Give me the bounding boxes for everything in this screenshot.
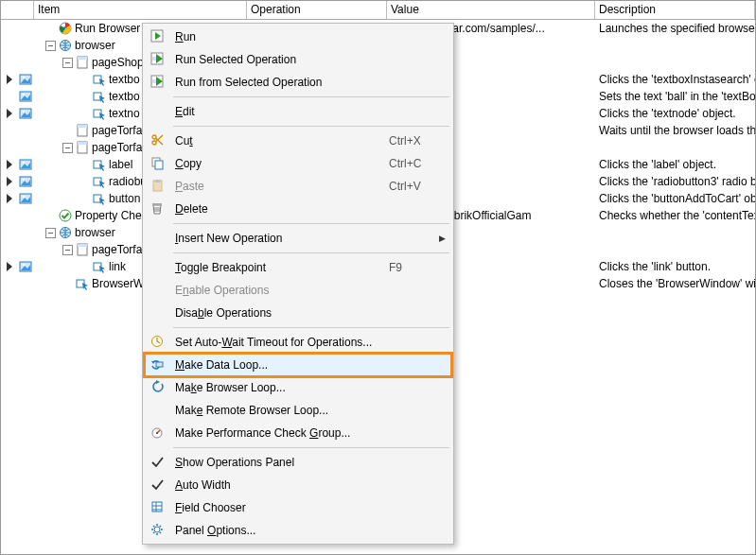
table-header: Item Operation Value Description [1, 1, 755, 20]
page-icon [76, 124, 89, 137]
desc-cell: Closes the 'BrowserWindow' window [595, 275, 755, 292]
menu-copy[interactable]: Copy Ctrl+C [145, 152, 451, 175]
col-value[interactable]: Value [387, 1, 595, 19]
col-operation[interactable]: Operation [247, 1, 387, 19]
page-icon [76, 243, 89, 256]
menu-make-remote-browser-loop[interactable]: Make Remote Browser Loop... [145, 399, 451, 422]
menu-disable-operations[interactable]: Disable Operations [145, 302, 451, 324]
menu-field-chooser[interactable]: Field Chooser [145, 496, 451, 519]
check-icon [59, 209, 72, 222]
shortcut: Ctrl+C [389, 157, 446, 170]
shortcut: Ctrl+X [389, 134, 446, 147]
row-gutter [1, 71, 34, 88]
menu-run-selected[interactable]: Run Selected Operation [145, 48, 451, 71]
blank-icon [149, 102, 167, 121]
desc-cell: Clicks the 'radiobutton3' radio butto [595, 173, 755, 190]
menu-make-browser-loop[interactable]: Make Browser Loop... [145, 376, 451, 399]
row-gutter [1, 224, 34, 241]
desc-cell: Clicks the 'label' object. [595, 156, 755, 173]
menu-enable-operations: Enable Operations [145, 279, 451, 302]
separator [173, 96, 449, 97]
shortcut: Ctrl+V [389, 180, 446, 193]
row-gutter [1, 37, 34, 54]
desc-cell: Clicks the 'buttonAddToCart' object [595, 190, 755, 207]
desc-cell: Clicks the 'link' button. [595, 258, 755, 275]
chrome-icon [59, 22, 72, 35]
col-item[interactable]: Item [34, 1, 247, 19]
menu-make-data-loop[interactable]: Make Data Loop... [145, 354, 451, 376]
play-from-icon [149, 73, 167, 92]
cut-icon [149, 131, 167, 150]
item-label: link [109, 258, 126, 275]
row-gutter [1, 122, 34, 139]
menu-toggle-breakpoint[interactable]: Toggle Breakpoint F9 [145, 256, 451, 279]
item-label: Run Browser [75, 20, 140, 37]
img-icon [19, 175, 32, 188]
img-icon [19, 158, 32, 171]
row-gutter [1, 173, 34, 190]
action-icon [93, 175, 106, 188]
context-menu: Run Run Selected Operation Run from Sele… [142, 23, 454, 545]
separator [173, 447, 449, 448]
expander-icon[interactable]: – [45, 41, 56, 51]
blank-icon [149, 401, 167, 420]
menu-run-from-selected[interactable]: Run from Selected Operation [145, 71, 451, 94]
arrow-icon [5, 175, 18, 188]
desc-cell: Launches the specified browser and [595, 20, 755, 37]
arrow-icon [5, 107, 18, 120]
arrow-icon [5, 192, 18, 205]
row-gutter [1, 88, 34, 105]
menu-insert-new-operation[interactable]: Insert New Operation ▶ [145, 227, 451, 250]
expander-icon[interactable]: – [45, 228, 56, 238]
expander-icon[interactable]: – [62, 245, 73, 255]
row-gutter [1, 275, 34, 292]
menu-panel-options[interactable]: Panel Options... [145, 519, 451, 542]
item-label: pageTorfab [92, 139, 149, 156]
item-label: browser [75, 37, 115, 54]
desc-cell: Clicks the 'textboxInstasearch' obje [595, 71, 755, 88]
menu-paste: Paste Ctrl+V [145, 175, 451, 198]
blank-icon [149, 304, 167, 322]
img-icon [19, 107, 32, 120]
data-loop-icon [149, 356, 167, 374]
menu-delete[interactable]: Delete [145, 198, 451, 220]
img-icon [19, 192, 32, 205]
checkmark-icon [149, 453, 167, 472]
separator [173, 126, 449, 127]
item-label: button [109, 190, 140, 207]
paste-icon [149, 177, 167, 196]
delete-icon [149, 199, 167, 218]
row-gutter [1, 241, 34, 258]
desc-cell: Sets the text 'ball' in the 'textBoxIn [595, 88, 755, 105]
desc-cell: Waits until the browser loads the pa [595, 122, 755, 139]
desc-cell [595, 37, 755, 54]
expander-icon[interactable]: – [62, 58, 73, 68]
action-icon [93, 192, 106, 205]
desc-cell [595, 54, 755, 71]
arrow-icon [5, 158, 18, 171]
row-gutter [1, 207, 34, 224]
action-icon [93, 158, 106, 171]
submenu-arrow-icon: ▶ [439, 234, 446, 243]
desc-cell [595, 139, 755, 156]
item-label: textbo [109, 71, 140, 88]
page-icon [76, 56, 89, 69]
expander-icon[interactable]: – [62, 143, 73, 153]
menu-run[interactable]: Run [145, 26, 451, 48]
col-description[interactable]: Description [595, 1, 755, 19]
menu-show-operations-panel[interactable]: Show Operations Panel [145, 451, 451, 474]
menu-edit[interactable]: Edit [145, 100, 451, 123]
row-gutter [1, 20, 34, 37]
item-label: label [109, 156, 132, 173]
img-icon [19, 73, 32, 86]
menu-make-performance-check-group[interactable]: Make Performance Check Group... [145, 422, 451, 444]
item-label: pageTorfab [92, 241, 149, 258]
browser-loop-icon [149, 378, 167, 397]
globe-icon [59, 39, 72, 52]
item-label: textbo [109, 88, 140, 105]
menu-set-auto-wait[interactable]: Set Auto-Wait Timeout for Operations... [145, 331, 451, 354]
menu-cut[interactable]: Cut Ctrl+X [145, 130, 451, 152]
clock-icon [149, 333, 167, 352]
row-gutter [1, 105, 34, 122]
menu-auto-width[interactable]: Auto Width [145, 474, 451, 496]
